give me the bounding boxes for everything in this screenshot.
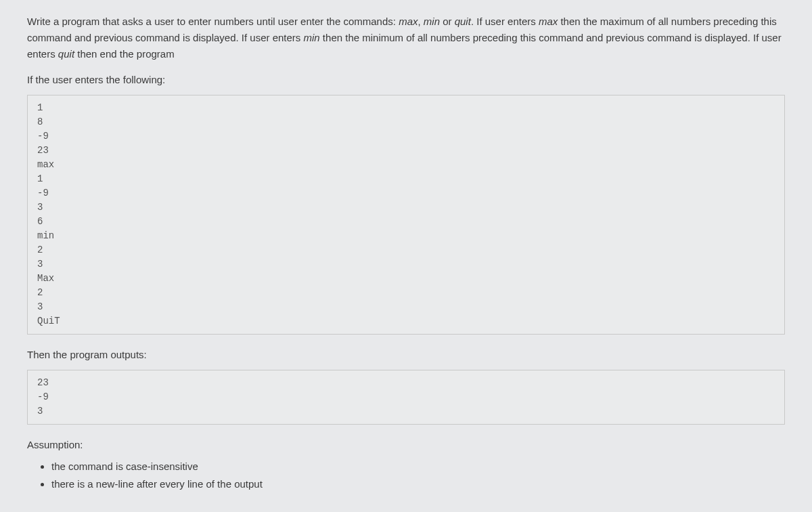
cmd-quit: quit	[455, 16, 471, 27]
cmd-max: max	[539, 16, 558, 27]
cmd-min: min	[304, 32, 320, 43]
cmd-min: min	[424, 16, 440, 27]
input-code-block: 1 8 -9 23 max 1 -9 3 6 min 2 3 Max 2 3 Q…	[27, 95, 785, 335]
assumption-item: the command is case-insensitive	[51, 458, 785, 475]
assumption-list: the command is case-insensitive there is…	[27, 458, 785, 492]
desc-part: then end the program	[74, 48, 175, 60]
desc-sep: or	[440, 16, 455, 27]
desc-part: Write a program that asks a user to ente…	[27, 16, 399, 27]
problem-description: Write a program that asks a user to ente…	[27, 14, 785, 62]
output-heading: Then the program outputs:	[27, 347, 785, 363]
assumption-item: there is a new-line after every line of …	[51, 476, 785, 492]
input-heading: If the user enters the following:	[27, 72, 785, 88]
desc-part: . If user enters	[471, 16, 539, 27]
output-code-block: 23 -9 3	[27, 370, 785, 425]
cmd-max: max	[399, 16, 418, 27]
cmd-quit: quit	[58, 48, 74, 60]
assumption-heading: Assumption:	[27, 437, 785, 453]
desc-sep: ,	[418, 16, 423, 27]
